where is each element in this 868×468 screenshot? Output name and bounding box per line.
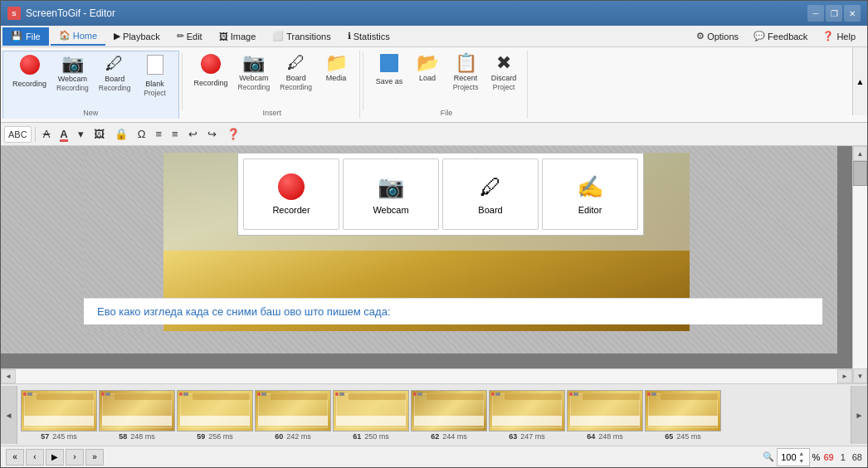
omega-icon: Ω bbox=[138, 128, 146, 140]
omega-button[interactable]: Ω bbox=[134, 125, 150, 144]
insert-board-button[interactable]: 🖊 Board Recording bbox=[276, 51, 316, 95]
filmstrip-frame[interactable]: 59 256 ms bbox=[177, 390, 253, 441]
obfuscate-button[interactable]: 🔒 bbox=[110, 125, 132, 144]
zoom-down-button[interactable]: ▼ bbox=[797, 457, 806, 465]
recorder-card[interactable]: Recorder bbox=[243, 158, 339, 230]
undo-button[interactable]: ↩ bbox=[184, 125, 202, 144]
font-dropdown-button[interactable]: ▾ bbox=[74, 125, 88, 144]
nav-play-button[interactable]: ▶ bbox=[46, 449, 64, 466]
load-icon: 📂 bbox=[417, 54, 439, 72]
close-button[interactable]: ✕ bbox=[844, 5, 861, 22]
align-left-button[interactable]: ≡ bbox=[151, 125, 166, 144]
filmstrip-frame[interactable]: 65 245 ms bbox=[645, 390, 721, 441]
abc-button[interactable]: ABC bbox=[4, 126, 32, 143]
frame-number: 58 bbox=[119, 432, 127, 441]
insert-webcam-button[interactable]: 📷 Webcam Recording bbox=[234, 51, 275, 95]
save-as-button[interactable]: Save as bbox=[371, 51, 407, 90]
red-dot bbox=[101, 392, 105, 396]
frame-bar bbox=[583, 393, 640, 400]
filmstrip-frame[interactable]: 62 244 ms bbox=[411, 390, 487, 441]
menu-image[interactable]: 🖼 Image bbox=[211, 27, 265, 46]
red-dot bbox=[647, 392, 651, 396]
insert-recording-label: Recording bbox=[194, 79, 228, 88]
frame-info: 59 256 ms bbox=[197, 432, 233, 441]
webcam-label2: Recording bbox=[56, 84, 89, 92]
zoom-up-button[interactable]: ▲ bbox=[797, 450, 806, 457]
ribbon-group-insert: Recording 📷 Webcam Recording 🖊 Board Rec… bbox=[185, 51, 361, 119]
menu-options[interactable]: ⚙ Options bbox=[690, 28, 745, 44]
insert-recording-button[interactable]: Recording bbox=[190, 51, 232, 91]
stamp-icon: 🖼 bbox=[94, 128, 105, 140]
menu-edit[interactable]: ✏ Edit bbox=[168, 27, 211, 46]
menu-help[interactable]: ❓ Help bbox=[816, 28, 862, 44]
frame-thumbnail bbox=[333, 390, 409, 431]
menu-transitions[interactable]: ⬜ Transitions bbox=[264, 27, 339, 46]
minimize-button[interactable]: ─ bbox=[807, 5, 824, 22]
scroll-up-button[interactable]: ▲ bbox=[853, 146, 867, 161]
strikethrough-button[interactable]: A bbox=[39, 125, 55, 144]
gear-icon: ⚙ bbox=[696, 31, 705, 41]
ribbon-group-new: Recording 📷 Webcam Recording 🖊 Board Rec… bbox=[2, 51, 179, 119]
frame-duration: 245 ms bbox=[676, 432, 701, 441]
nav-prev-button[interactable]: ‹ bbox=[26, 449, 44, 466]
recent-projects-button[interactable]: 📋 Recent Projects bbox=[447, 51, 484, 95]
frame-info: 61 250 ms bbox=[353, 432, 389, 441]
menu-feedback[interactable]: 💬 Feedback bbox=[747, 28, 814, 44]
board-recording-button[interactable]: 🖊 Board Recording bbox=[95, 51, 135, 95]
hscroll-track[interactable] bbox=[16, 369, 837, 383]
restore-button[interactable]: ❐ bbox=[826, 5, 842, 22]
discard-label: Discard bbox=[491, 74, 517, 83]
board-label: Board bbox=[105, 75, 124, 84]
nav-next-button[interactable]: › bbox=[66, 449, 84, 466]
frame-bar bbox=[661, 393, 718, 400]
vscroll-track[interactable] bbox=[853, 161, 867, 368]
webcam-recording-button[interactable]: 📷 Webcam Recording bbox=[52, 51, 93, 95]
playback-icon: ▶ bbox=[114, 31, 120, 41]
scroll-right-button[interactable]: ► bbox=[837, 369, 852, 383]
load-button[interactable]: 📂 Load bbox=[409, 51, 446, 86]
frame-thumbnail bbox=[177, 390, 253, 431]
webcam-card[interactable]: 📷 Webcam bbox=[343, 158, 439, 230]
align-right-button[interactable]: ≡ bbox=[168, 125, 183, 144]
recorder-circle-icon bbox=[278, 173, 305, 200]
help-toolbar-button[interactable]: ❓ bbox=[222, 125, 244, 144]
discard-project-button[interactable]: ✖ Discard Project bbox=[485, 51, 522, 95]
filmstrip-frame[interactable]: 61 250 ms bbox=[333, 390, 409, 441]
frame-number: 64 bbox=[587, 432, 595, 441]
filmstrip-frame[interactable]: 60 242 ms bbox=[255, 390, 331, 441]
save-as-label: Save as bbox=[376, 77, 403, 86]
menu-home[interactable]: 🏠 Home bbox=[51, 27, 105, 46]
scroll-down-button[interactable]: ▼ bbox=[853, 368, 867, 383]
nav-first-button[interactable]: « bbox=[6, 449, 24, 466]
frame-dots bbox=[647, 392, 656, 396]
menu-statistics[interactable]: ℹ Statistics bbox=[339, 27, 398, 46]
main-window: S ScreenToGif - Editor ─ ❐ ✕ 💾 File 🏠 Ho… bbox=[0, 0, 868, 468]
menu-file[interactable]: 💾 File bbox=[2, 27, 49, 46]
filmstrip-frame[interactable]: 63 247 ms bbox=[489, 390, 565, 441]
blank-project-button[interactable]: Blank Project bbox=[137, 51, 173, 100]
recording-button[interactable]: Recording bbox=[8, 51, 51, 92]
scroll-left-button[interactable]: ◄ bbox=[1, 369, 16, 383]
vscroll-thumb[interactable] bbox=[853, 161, 867, 186]
redo-button[interactable]: ↪ bbox=[203, 125, 221, 144]
stamp-button[interactable]: 🖼 bbox=[90, 125, 109, 144]
red-dot bbox=[413, 392, 417, 396]
load-label: Load bbox=[419, 74, 436, 83]
menu-playback[interactable]: ▶ Playback bbox=[105, 27, 168, 46]
frame-dots bbox=[257, 392, 266, 396]
filmstrip-frame[interactable]: 58 248 ms bbox=[99, 390, 175, 441]
nav-last-button[interactable]: » bbox=[85, 449, 104, 466]
filmstrip-scroll-right[interactable]: ► bbox=[851, 386, 867, 444]
red-dot bbox=[179, 392, 183, 396]
board-card[interactable]: 🖊 Board bbox=[442, 158, 539, 230]
insert-media-button[interactable]: 📁 Media bbox=[318, 51, 354, 86]
filmstrip-frame[interactable]: 57 245 ms bbox=[21, 390, 97, 441]
filmstrip-frame[interactable]: 64 248 ms bbox=[567, 390, 643, 441]
frame-duration: 248 ms bbox=[130, 432, 155, 441]
ribbon-scroll-btn[interactable]: ▲ bbox=[852, 47, 867, 115]
filmstrip-scroll-left[interactable]: ◄ bbox=[1, 386, 17, 444]
editor-card[interactable]: ✍ Editor bbox=[542, 158, 638, 230]
board-label2: Recording bbox=[99, 84, 131, 92]
frame-number: 57 bbox=[41, 432, 49, 441]
font-color-button[interactable]: A bbox=[56, 125, 71, 144]
